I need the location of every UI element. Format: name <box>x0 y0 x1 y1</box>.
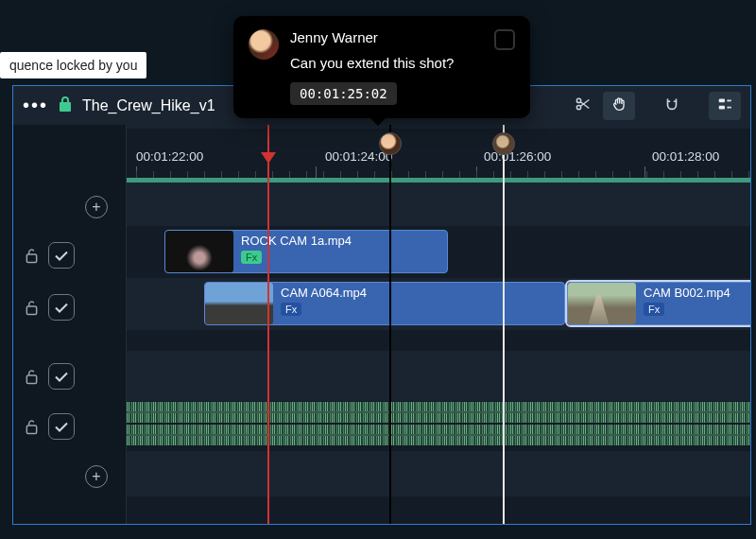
fx-badge[interactable]: Fx <box>281 303 301 316</box>
svg-point-1 <box>576 98 580 102</box>
sequence-menu-button[interactable]: ••• <box>23 95 48 116</box>
svg-rect-6 <box>730 99 731 101</box>
svg-rect-9 <box>26 306 36 314</box>
clip-thumbnail <box>165 231 233 272</box>
tooltip-sequence-locked: quence locked by you <box>0 52 146 78</box>
comment-timecode[interactable]: 00:01:25:02 <box>290 82 397 105</box>
hand-tool-button[interactable] <box>603 92 635 120</box>
track-headers: + + <box>13 125 127 524</box>
clip-name: CAM B002.mp4 <box>644 286 730 300</box>
add-video-track-button[interactable]: + <box>85 196 108 218</box>
clip-name: ROCK CAM 1a.mp4 <box>241 234 352 248</box>
timeline-panel: 00:01:22:00 00:01:24:00 00:01:26:00 00:0… <box>12 125 751 525</box>
tracks-area[interactable]: ROCK CAM 1a.mp4 Fx CAM A064.mp4 Fx CAM B… <box>127 183 750 524</box>
clip-thumbnail <box>568 283 636 324</box>
svg-point-0 <box>576 105 580 109</box>
track-lock-toggle[interactable] <box>25 419 39 435</box>
track-enable-toggle[interactable] <box>48 363 75 390</box>
track-lock-toggle[interactable] <box>25 248 39 264</box>
svg-rect-11 <box>26 426 36 433</box>
comment-popover: Jenny Warner Can you extend this shot? 0… <box>233 16 530 118</box>
track-enable-toggle[interactable] <box>48 242 75 269</box>
track-lock-toggle[interactable] <box>25 369 39 385</box>
track-view-button[interactable] <box>709 92 741 120</box>
fx-badge[interactable]: Fx <box>644 303 664 316</box>
avatar <box>249 29 279 60</box>
svg-point-4 <box>727 99 729 101</box>
comment-marker-line <box>389 125 391 524</box>
svg-rect-7 <box>730 106 731 108</box>
cut-tool-button[interactable] <box>567 92 599 120</box>
tracks-view-icon <box>716 96 733 116</box>
ruler-tick: 00:01:26:00 <box>484 149 551 164</box>
hand-icon <box>610 96 627 116</box>
tooltip-text: quence locked by you <box>9 58 137 73</box>
audio-clip[interactable] <box>127 402 750 423</box>
ruler-tick: 00:01:28:00 <box>652 149 719 164</box>
marker-line <box>503 125 505 524</box>
video-clip[interactable]: CAM A064.mp4 Fx <box>204 282 565 325</box>
snap-toggle-button[interactable] <box>656 92 688 120</box>
video-clip[interactable]: CAM B002.mp4 Fx <box>567 282 751 325</box>
svg-rect-10 <box>26 375 36 383</box>
ruler-tick: 00:01:22:00 <box>136 149 203 164</box>
fx-badge[interactable]: Fx <box>241 251 262 264</box>
svg-rect-3 <box>719 105 725 109</box>
comment-author: Jenny Warner <box>290 29 483 45</box>
clip-name: CAM A064.mp4 <box>281 286 367 300</box>
video-clip[interactable]: ROCK CAM 1a.mp4 Fx <box>164 230 448 273</box>
svg-point-5 <box>727 106 729 108</box>
comment-marker-avatar[interactable] <box>379 132 402 155</box>
scissors-icon <box>575 96 592 116</box>
comment-marker-avatar[interactable] <box>492 132 515 155</box>
timeline-ruler[interactable]: 00:01:22:00 00:01:24:00 00:01:26:00 00:0… <box>127 125 750 180</box>
svg-rect-8 <box>26 254 36 262</box>
lock-icon[interactable] <box>58 96 73 116</box>
audio-clip[interactable] <box>127 425 750 445</box>
add-audio-track-button[interactable]: + <box>85 465 108 488</box>
track-enable-toggle[interactable] <box>48 413 75 440</box>
track-lock-toggle[interactable] <box>25 300 39 316</box>
sequence-title: The_Crew_Hike_v1 <box>82 97 215 114</box>
track-enable-toggle[interactable] <box>48 294 75 321</box>
clip-thumbnail <box>205 283 273 324</box>
playhead[interactable] <box>267 125 269 524</box>
comment-text: Can you extend this shot? <box>290 55 483 71</box>
resolve-checkbox[interactable] <box>494 29 515 50</box>
magnet-icon <box>663 96 680 116</box>
svg-rect-2 <box>719 98 725 102</box>
